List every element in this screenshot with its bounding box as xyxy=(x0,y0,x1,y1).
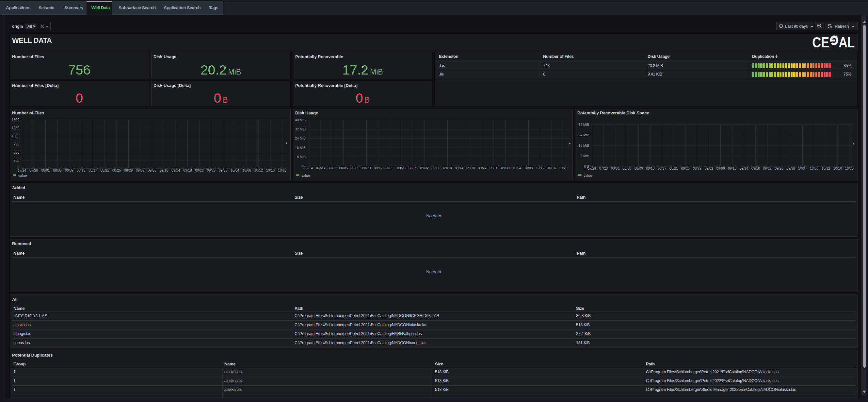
svg-text:09/02: 09/02 xyxy=(136,168,144,172)
svg-text:value: value xyxy=(302,174,310,177)
svg-text:08/17: 08/17 xyxy=(658,166,666,170)
svg-text:10/16: 10/16 xyxy=(266,168,275,172)
svg-text:08/01: 08/01 xyxy=(41,168,50,172)
svg-text:08/29: 08/29 xyxy=(693,166,702,170)
svg-text:09/06: 09/06 xyxy=(148,168,156,172)
svg-text:09/06: 09/06 xyxy=(432,166,440,170)
svg-text:08/13: 08/13 xyxy=(362,166,371,170)
svg-text:32 MiB: 32 MiB xyxy=(295,127,306,131)
svg-text:08/05: 08/05 xyxy=(623,166,631,170)
svg-text:08/05: 08/05 xyxy=(53,168,62,172)
svg-text:10/20: 10/20 xyxy=(278,168,286,172)
svg-text:10/08: 10/08 xyxy=(810,166,818,170)
svg-text:09/18: 09/18 xyxy=(466,166,475,170)
svg-text:09/10: 09/10 xyxy=(160,168,168,172)
svg-text:09/22: 09/22 xyxy=(763,166,772,170)
svg-text:08/29: 08/29 xyxy=(124,168,132,172)
svg-text:08/01: 08/01 xyxy=(328,166,336,170)
svg-text:8 MiB: 8 MiB xyxy=(580,154,589,158)
svg-text:09/10: 09/10 xyxy=(728,166,736,170)
svg-text:09/18: 09/18 xyxy=(751,166,760,170)
svg-text:07/28: 07/28 xyxy=(599,166,608,170)
svg-text:08/09: 08/09 xyxy=(634,166,643,170)
svg-text:8 MiB: 8 MiB xyxy=(297,155,306,159)
svg-text:08/09: 08/09 xyxy=(351,166,359,170)
svg-text:09/26: 09/26 xyxy=(775,166,783,170)
svg-text:09/30: 09/30 xyxy=(786,166,795,170)
svg-text:40 MiB: 40 MiB xyxy=(295,118,306,122)
svg-text:10/20: 10/20 xyxy=(559,166,567,170)
svg-text:09/30: 09/30 xyxy=(501,166,509,170)
svg-text:750: 750 xyxy=(13,142,19,146)
svg-text:24 MiB: 24 MiB xyxy=(578,133,589,137)
svg-text:10/04: 10/04 xyxy=(513,166,521,170)
svg-text:07/24: 07/24 xyxy=(18,168,26,172)
svg-text:10/20: 10/20 xyxy=(845,166,854,170)
svg-text:07/28: 07/28 xyxy=(29,168,38,172)
svg-text:08/05: 08/05 xyxy=(339,166,348,170)
svg-text:08/13: 08/13 xyxy=(77,168,85,172)
svg-text:08/25: 08/25 xyxy=(397,166,406,170)
svg-text:10/04: 10/04 xyxy=(798,166,807,170)
svg-text:250: 250 xyxy=(13,158,19,162)
svg-text:07/28: 07/28 xyxy=(316,166,324,170)
svg-text:1500: 1500 xyxy=(12,118,20,122)
svg-text:08/29: 08/29 xyxy=(408,166,417,170)
svg-text:1250: 1250 xyxy=(12,126,20,130)
svg-text:09/06: 09/06 xyxy=(716,166,725,170)
svg-text:09/14: 09/14 xyxy=(740,166,748,170)
svg-text:10/08: 10/08 xyxy=(524,166,533,170)
svg-text:08/13: 08/13 xyxy=(646,166,654,170)
svg-text:08/01: 08/01 xyxy=(611,166,619,170)
svg-text:10/16: 10/16 xyxy=(833,166,842,170)
svg-text:24 MiB: 24 MiB xyxy=(295,136,306,140)
svg-text:10/08: 10/08 xyxy=(242,168,251,172)
svg-text:10/04: 10/04 xyxy=(230,168,239,172)
svg-text:08/25: 08/25 xyxy=(112,168,121,172)
svg-text:08/21: 08/21 xyxy=(670,166,678,170)
svg-text:09/14: 09/14 xyxy=(172,168,180,172)
svg-text:09/14: 09/14 xyxy=(455,166,463,170)
svg-text:10/12: 10/12 xyxy=(254,168,263,172)
svg-text:07/24: 07/24 xyxy=(588,166,596,170)
svg-text:09/26: 09/26 xyxy=(207,168,216,172)
svg-text:09/22: 09/22 xyxy=(478,166,486,170)
svg-text:09/22: 09/22 xyxy=(195,168,204,172)
svg-text:08/21: 08/21 xyxy=(100,168,109,172)
svg-text:09/10: 09/10 xyxy=(443,166,452,170)
svg-text:07/24: 07/24 xyxy=(304,166,313,170)
svg-text:09/18: 09/18 xyxy=(183,168,192,172)
svg-text:16 MiB: 16 MiB xyxy=(578,143,589,147)
svg-text:32 MiB: 32 MiB xyxy=(578,122,589,126)
svg-text:500: 500 xyxy=(13,150,19,154)
svg-text:16 MiB: 16 MiB xyxy=(295,146,306,150)
svg-text:10/16: 10/16 xyxy=(547,166,556,170)
svg-text:08/25: 08/25 xyxy=(681,166,690,170)
svg-text:08/17: 08/17 xyxy=(374,166,382,170)
svg-text:08/17: 08/17 xyxy=(89,168,97,172)
svg-text:10/12: 10/12 xyxy=(822,166,830,170)
svg-text:08/21: 08/21 xyxy=(385,166,394,170)
svg-text:value: value xyxy=(18,174,27,177)
svg-text:value: value xyxy=(584,174,592,177)
svg-text:09/26: 09/26 xyxy=(490,166,498,170)
svg-text:09/02: 09/02 xyxy=(420,166,429,170)
svg-text:09/30: 09/30 xyxy=(219,168,227,172)
svg-text:09/02: 09/02 xyxy=(704,166,713,170)
svg-text:10/12: 10/12 xyxy=(536,166,545,170)
svg-text:1000: 1000 xyxy=(12,134,20,138)
svg-text:08/09: 08/09 xyxy=(65,168,73,172)
